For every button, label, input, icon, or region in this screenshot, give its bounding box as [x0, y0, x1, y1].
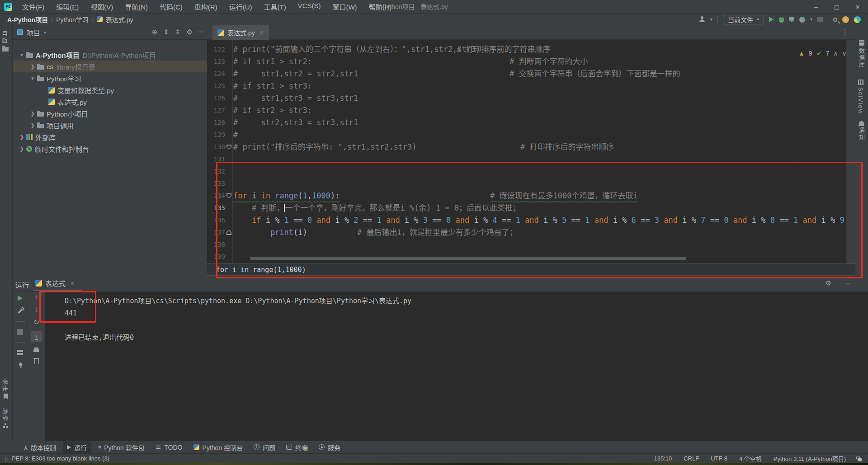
line-number[interactable]: 136	[207, 214, 225, 226]
update-available-icon[interactable]: ↑	[842, 16, 849, 23]
tree-item-项目调用[interactable]: ❯项目调用	[13, 119, 207, 131]
restore-layout-icon[interactable]	[17, 350, 23, 355]
breadcrumb-item[interactable]: Python学习	[56, 15, 89, 24]
run-configuration-select[interactable]: 当前文件 ▾	[723, 15, 764, 24]
sidebar-item-project[interactable]: 项目	[1, 30, 9, 52]
close-icon[interactable]: ✕	[259, 29, 264, 36]
scroll-to-end-button[interactable]: ↓	[31, 331, 42, 342]
breadcrumb-item[interactable]: A-Python项目	[7, 15, 48, 24]
line-number[interactable]: 135	[207, 202, 225, 214]
line-number[interactable]: 134	[207, 190, 225, 202]
chevron-down-icon[interactable]: ▾	[28, 75, 37, 81]
up-stacktrace-icon[interactable]: ↑	[33, 295, 39, 301]
python-interpreter[interactable]: Python 3.11 (A-Python项目)	[774, 454, 846, 463]
chevron-down-icon[interactable]: ▾	[17, 52, 26, 58]
tree-item-外部库[interactable]: ❯外部库	[13, 131, 207, 143]
minimize-button[interactable]: ─	[806, 0, 826, 14]
maximize-button[interactable]: ▢	[826, 0, 847, 14]
tree-item-变量和数据类型.py[interactable]: 变量和数据类型.py	[13, 84, 207, 96]
menu-VCS(S)[interactable]: VCS(S)	[296, 1, 323, 12]
editor-options-icon[interactable]: ⋮	[841, 28, 849, 36]
toolwindow-button-版本控制[interactable]: Y版本控制	[20, 442, 60, 453]
down-stacktrace-icon[interactable]: ↓	[33, 307, 39, 314]
toolwindow-button-Python 控制台[interactable]: Python 控制台	[189, 442, 247, 453]
clear-console-icon[interactable]	[34, 359, 39, 364]
print-icon[interactable]	[33, 348, 39, 352]
reader-mode-icon[interactable]: ▯	[5, 456, 8, 461]
collapse-all-icon[interactable]: ↨	[175, 29, 181, 36]
caret-position[interactable]: 135:10	[654, 455, 672, 462]
tree-item-Python学习[interactable]: ▾Python学习	[13, 72, 207, 84]
line-number[interactable]: 138	[207, 239, 225, 251]
expand-all-icon[interactable]: ⇕	[163, 29, 169, 36]
tab-expression-py[interactable]: 表达式.py ✕	[212, 25, 269, 40]
line-number[interactable]: 128	[207, 117, 225, 129]
wrench-icon[interactable]	[17, 308, 23, 314]
chevron-right-icon[interactable]: ❯	[17, 134, 26, 140]
gear-icon[interactable]: ⚙	[826, 280, 831, 287]
sidebar-item-bookmarks[interactable]: 书签	[1, 378, 10, 399]
fold-marker-icon[interactable]	[226, 145, 231, 150]
line-number[interactable]: 132	[207, 165, 225, 178]
hide-panel-icon[interactable]: ─	[198, 29, 203, 36]
line-number[interactable]: 133	[207, 178, 225, 190]
tree-item-临时文件和控制台[interactable]: ❯✎临时文件和控制台	[13, 143, 207, 155]
toolwindow-button-运行[interactable]: 运行	[63, 442, 91, 453]
menu-视图(V)[interactable]: 视图(V)	[89, 1, 115, 12]
tree-item-Python小项目[interactable]: ❯Python小项目	[13, 108, 207, 119]
menu-窗口(W)[interactable]: 窗口(W)	[330, 1, 359, 12]
toolwindow-button-问题[interactable]: !问题	[250, 442, 279, 453]
line-number[interactable]: 123	[207, 56, 225, 68]
inspections-widget[interactable]: ▲ 9 ✔ 7 ∧ ∨	[798, 50, 846, 57]
close-button[interactable]: ✕	[847, 0, 868, 14]
tree-item-表达式.py[interactable]: 表达式.py	[13, 96, 207, 108]
line-number[interactable]: 127	[207, 104, 225, 117]
search-everywhere-icon[interactable]	[833, 18, 837, 22]
line-number[interactable]: 124	[207, 68, 225, 80]
locate-file-icon[interactable]: ⊕	[152, 29, 158, 36]
hide-panel-icon[interactable]: ─	[846, 280, 850, 287]
close-icon[interactable]: ✕	[70, 280, 75, 287]
gear-icon[interactable]: ⚙	[187, 29, 193, 36]
sidebar-item-sciview[interactable]: SciView	[857, 80, 864, 114]
fold-marker-icon[interactable]	[226, 230, 231, 235]
lock-icon[interactable]	[858, 458, 862, 461]
prev-problem-icon[interactable]: ∧	[833, 50, 838, 57]
line-number[interactable]: 131	[207, 153, 225, 165]
debug-button[interactable]	[779, 17, 784, 23]
line-separator[interactable]: CRLF	[684, 455, 699, 462]
code-with-me-icon[interactable]	[854, 16, 861, 23]
run-with-coverage-button[interactable]	[789, 17, 794, 23]
run-button[interactable]	[769, 17, 774, 22]
stop-button[interactable]	[817, 17, 823, 22]
toolwindow-button-终端[interactable]: >终端	[282, 442, 312, 453]
menu-工具(T)[interactable]: 工具(T)	[262, 1, 288, 12]
menu-代码(C)[interactable]: 代码(C)	[158, 1, 184, 12]
menu-运行(U)[interactable]: 运行(U)	[227, 1, 254, 12]
line-number[interactable]: 129	[207, 129, 225, 141]
run-tab-expression[interactable]: 表达式 ✕	[35, 278, 75, 288]
toolwindow-button-Python 软件包[interactable]: «Python 软件包	[94, 442, 149, 453]
chevron-right-icon[interactable]: ❯	[28, 111, 37, 117]
next-problem-icon[interactable]: ∨	[842, 50, 846, 57]
profiler-caret-icon[interactable]: ▾	[810, 17, 812, 22]
horizontal-scrollbar[interactable]	[250, 257, 686, 260]
rerun-button[interactable]	[18, 296, 23, 301]
sidebar-item-database[interactable]: 数据库	[857, 40, 866, 68]
menu-文件(F)[interactable]: 文件(F)	[20, 1, 46, 12]
stop-button[interactable]	[17, 329, 23, 335]
toolwindow-button-TODO[interactable]: ≡TODO	[151, 442, 187, 452]
tree-item-cs[interactable]: ❯cslibrary根目录	[13, 61, 207, 72]
line-number[interactable]: 130	[207, 141, 225, 153]
inspection-message[interactable]: PEP 8: E303 too many blank lines (3)	[12, 455, 109, 462]
chevron-right-icon[interactable]: ❯	[28, 64, 37, 70]
chevron-right-icon[interactable]: ❯	[17, 146, 26, 152]
breadcrumb-item[interactable]: 表达式.py	[106, 15, 133, 24]
code-editor[interactable]: 122# print("前面输入的三个字符串（从左到右）：",str1,str2…	[207, 40, 846, 263]
indent-style[interactable]: 4 个空格	[739, 454, 762, 463]
sidebar-item-structure[interactable]: 结构	[1, 408, 10, 428]
menu-编辑(E)[interactable]: 编辑(E)	[54, 1, 80, 12]
tree-item-A-Python项目[interactable]: ▾A-Python项目D:\Python\A-Python项目	[13, 49, 207, 61]
fold-marker-icon[interactable]	[226, 193, 231, 198]
project-view-select[interactable]: 项目 ▾	[17, 28, 46, 37]
